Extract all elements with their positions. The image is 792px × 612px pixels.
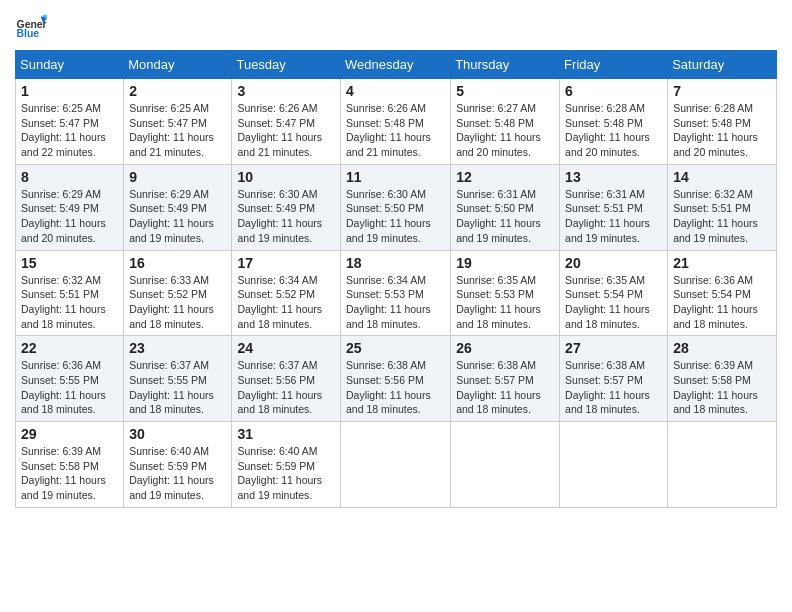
day-info: Sunrise: 6:38 AMSunset: 5:57 PMDaylight:… (456, 359, 541, 415)
day-info: Sunrise: 6:34 AMSunset: 5:53 PMDaylight:… (346, 274, 431, 330)
day-number: 19 (456, 255, 554, 271)
day-number: 28 (673, 340, 771, 356)
calendar-day-cell: 23 Sunrise: 6:37 AMSunset: 5:55 PMDaylig… (124, 336, 232, 422)
calendar-header-row: SundayMondayTuesdayWednesdayThursdayFrid… (16, 51, 777, 79)
header: General Blue (15, 10, 777, 42)
calendar-day-cell: 30 Sunrise: 6:40 AMSunset: 5:59 PMDaylig… (124, 422, 232, 508)
day-number: 15 (21, 255, 118, 271)
day-info: Sunrise: 6:32 AMSunset: 5:51 PMDaylight:… (673, 188, 758, 244)
day-number: 8 (21, 169, 118, 185)
day-number: 30 (129, 426, 226, 442)
calendar-day-cell (341, 422, 451, 508)
calendar-day-cell: 16 Sunrise: 6:33 AMSunset: 5:52 PMDaylig… (124, 250, 232, 336)
calendar-day-cell: 26 Sunrise: 6:38 AMSunset: 5:57 PMDaylig… (451, 336, 560, 422)
calendar-header-cell: Friday (560, 51, 668, 79)
calendar-day-cell: 8 Sunrise: 6:29 AMSunset: 5:49 PMDayligh… (16, 164, 124, 250)
calendar-day-cell: 7 Sunrise: 6:28 AMSunset: 5:48 PMDayligh… (668, 79, 777, 165)
calendar-header-cell: Sunday (16, 51, 124, 79)
calendar-body: 1 Sunrise: 6:25 AMSunset: 5:47 PMDayligh… (16, 79, 777, 508)
calendar-header-cell: Thursday (451, 51, 560, 79)
calendar-day-cell: 10 Sunrise: 6:30 AMSunset: 5:49 PMDaylig… (232, 164, 341, 250)
day-info: Sunrise: 6:37 AMSunset: 5:56 PMDaylight:… (237, 359, 322, 415)
calendar-day-cell (560, 422, 668, 508)
calendar-day-cell: 13 Sunrise: 6:31 AMSunset: 5:51 PMDaylig… (560, 164, 668, 250)
day-info: Sunrise: 6:28 AMSunset: 5:48 PMDaylight:… (673, 102, 758, 158)
calendar-day-cell: 22 Sunrise: 6:36 AMSunset: 5:55 PMDaylig… (16, 336, 124, 422)
day-info: Sunrise: 6:30 AMSunset: 5:50 PMDaylight:… (346, 188, 431, 244)
calendar-day-cell: 9 Sunrise: 6:29 AMSunset: 5:49 PMDayligh… (124, 164, 232, 250)
calendar-day-cell: 25 Sunrise: 6:38 AMSunset: 5:56 PMDaylig… (341, 336, 451, 422)
day-info: Sunrise: 6:40 AMSunset: 5:59 PMDaylight:… (237, 445, 322, 501)
calendar-day-cell (451, 422, 560, 508)
calendar-day-cell: 28 Sunrise: 6:39 AMSunset: 5:58 PMDaylig… (668, 336, 777, 422)
calendar-day-cell: 14 Sunrise: 6:32 AMSunset: 5:51 PMDaylig… (668, 164, 777, 250)
calendar-header-cell: Saturday (668, 51, 777, 79)
day-info: Sunrise: 6:27 AMSunset: 5:48 PMDaylight:… (456, 102, 541, 158)
day-info: Sunrise: 6:26 AMSunset: 5:48 PMDaylight:… (346, 102, 431, 158)
calendar-day-cell: 18 Sunrise: 6:34 AMSunset: 5:53 PMDaylig… (341, 250, 451, 336)
calendar-day-cell: 20 Sunrise: 6:35 AMSunset: 5:54 PMDaylig… (560, 250, 668, 336)
day-number: 9 (129, 169, 226, 185)
day-number: 4 (346, 83, 445, 99)
calendar-week-row: 15 Sunrise: 6:32 AMSunset: 5:51 PMDaylig… (16, 250, 777, 336)
day-number: 6 (565, 83, 662, 99)
day-info: Sunrise: 6:36 AMSunset: 5:54 PMDaylight:… (673, 274, 758, 330)
calendar-day-cell: 27 Sunrise: 6:38 AMSunset: 5:57 PMDaylig… (560, 336, 668, 422)
calendar: SundayMondayTuesdayWednesdayThursdayFrid… (15, 50, 777, 508)
day-info: Sunrise: 6:26 AMSunset: 5:47 PMDaylight:… (237, 102, 322, 158)
day-number: 16 (129, 255, 226, 271)
day-info: Sunrise: 6:31 AMSunset: 5:50 PMDaylight:… (456, 188, 541, 244)
day-info: Sunrise: 6:33 AMSunset: 5:52 PMDaylight:… (129, 274, 214, 330)
day-number: 5 (456, 83, 554, 99)
day-info: Sunrise: 6:36 AMSunset: 5:55 PMDaylight:… (21, 359, 106, 415)
calendar-day-cell: 2 Sunrise: 6:25 AMSunset: 5:47 PMDayligh… (124, 79, 232, 165)
day-info: Sunrise: 6:38 AMSunset: 5:56 PMDaylight:… (346, 359, 431, 415)
calendar-day-cell: 1 Sunrise: 6:25 AMSunset: 5:47 PMDayligh… (16, 79, 124, 165)
day-number: 17 (237, 255, 335, 271)
day-info: Sunrise: 6:25 AMSunset: 5:47 PMDaylight:… (129, 102, 214, 158)
day-info: Sunrise: 6:35 AMSunset: 5:54 PMDaylight:… (565, 274, 650, 330)
day-number: 13 (565, 169, 662, 185)
calendar-day-cell: 24 Sunrise: 6:37 AMSunset: 5:56 PMDaylig… (232, 336, 341, 422)
calendar-day-cell: 4 Sunrise: 6:26 AMSunset: 5:48 PMDayligh… (341, 79, 451, 165)
calendar-header-cell: Wednesday (341, 51, 451, 79)
calendar-day-cell: 17 Sunrise: 6:34 AMSunset: 5:52 PMDaylig… (232, 250, 341, 336)
day-number: 24 (237, 340, 335, 356)
day-number: 18 (346, 255, 445, 271)
day-number: 21 (673, 255, 771, 271)
svg-text:Blue: Blue (17, 28, 40, 39)
day-number: 10 (237, 169, 335, 185)
calendar-day-cell: 5 Sunrise: 6:27 AMSunset: 5:48 PMDayligh… (451, 79, 560, 165)
day-info: Sunrise: 6:34 AMSunset: 5:52 PMDaylight:… (237, 274, 322, 330)
calendar-header-cell: Monday (124, 51, 232, 79)
day-info: Sunrise: 6:32 AMSunset: 5:51 PMDaylight:… (21, 274, 106, 330)
day-number: 7 (673, 83, 771, 99)
day-number: 11 (346, 169, 445, 185)
calendar-day-cell (668, 422, 777, 508)
day-info: Sunrise: 6:29 AMSunset: 5:49 PMDaylight:… (129, 188, 214, 244)
day-info: Sunrise: 6:35 AMSunset: 5:53 PMDaylight:… (456, 274, 541, 330)
calendar-day-cell: 29 Sunrise: 6:39 AMSunset: 5:58 PMDaylig… (16, 422, 124, 508)
day-number: 25 (346, 340, 445, 356)
day-info: Sunrise: 6:40 AMSunset: 5:59 PMDaylight:… (129, 445, 214, 501)
day-number: 2 (129, 83, 226, 99)
calendar-day-cell: 3 Sunrise: 6:26 AMSunset: 5:47 PMDayligh… (232, 79, 341, 165)
calendar-week-row: 22 Sunrise: 6:36 AMSunset: 5:55 PMDaylig… (16, 336, 777, 422)
day-info: Sunrise: 6:29 AMSunset: 5:49 PMDaylight:… (21, 188, 106, 244)
calendar-day-cell: 15 Sunrise: 6:32 AMSunset: 5:51 PMDaylig… (16, 250, 124, 336)
day-number: 12 (456, 169, 554, 185)
calendar-week-row: 1 Sunrise: 6:25 AMSunset: 5:47 PMDayligh… (16, 79, 777, 165)
calendar-week-row: 29 Sunrise: 6:39 AMSunset: 5:58 PMDaylig… (16, 422, 777, 508)
day-info: Sunrise: 6:25 AMSunset: 5:47 PMDaylight:… (21, 102, 106, 158)
day-number: 3 (237, 83, 335, 99)
day-info: Sunrise: 6:37 AMSunset: 5:55 PMDaylight:… (129, 359, 214, 415)
day-number: 31 (237, 426, 335, 442)
logo-icon: General Blue (15, 10, 47, 42)
day-info: Sunrise: 6:30 AMSunset: 5:49 PMDaylight:… (237, 188, 322, 244)
calendar-day-cell: 21 Sunrise: 6:36 AMSunset: 5:54 PMDaylig… (668, 250, 777, 336)
calendar-header-cell: Tuesday (232, 51, 341, 79)
calendar-day-cell: 31 Sunrise: 6:40 AMSunset: 5:59 PMDaylig… (232, 422, 341, 508)
calendar-day-cell: 6 Sunrise: 6:28 AMSunset: 5:48 PMDayligh… (560, 79, 668, 165)
calendar-day-cell: 12 Sunrise: 6:31 AMSunset: 5:50 PMDaylig… (451, 164, 560, 250)
calendar-week-row: 8 Sunrise: 6:29 AMSunset: 5:49 PMDayligh… (16, 164, 777, 250)
